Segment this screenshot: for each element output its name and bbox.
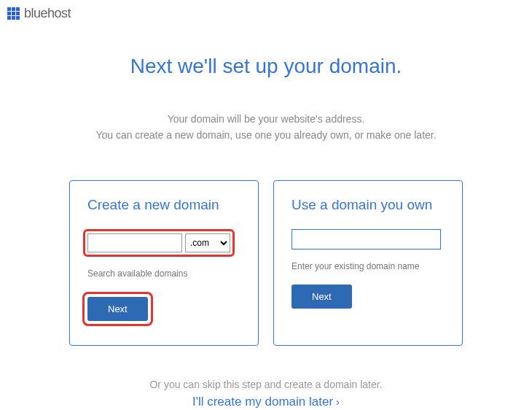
input-highlight: .com	[83, 229, 235, 257]
chevron-right-icon: ›	[336, 395, 340, 408]
logo-text: bluehost	[24, 6, 71, 21]
own-panel-title: Use a domain you own	[292, 197, 445, 213]
skip-link-label: I'll create my domain later	[192, 395, 333, 409]
skip-link[interactable]: I'll create my domain later ›	[192, 395, 340, 409]
create-domain-panel: Create a new domain .com Search availabl…	[69, 180, 259, 346]
button-highlight: Next	[82, 292, 153, 326]
page-subtitle: Your domain will be your website's addre…	[0, 111, 532, 144]
skip-section: Or you can skip this step and create a d…	[0, 379, 532, 409]
new-domain-input[interactable]	[87, 233, 182, 252]
subtitle-line-1: Your domain will be your website's addre…	[0, 111, 532, 127]
grid-icon	[7, 7, 20, 20]
domain-panels: Create a new domain .com Search availabl…	[0, 180, 532, 346]
tld-select[interactable]: .com	[185, 233, 230, 252]
create-help-text: Search available domains	[87, 268, 240, 279]
page-title: Next we'll set up your domain.	[0, 55, 532, 78]
subtitle-line-2: You can create a new domain, use one you…	[0, 127, 532, 143]
own-domain-panel: Use a domain you own Enter your existing…	[273, 180, 463, 346]
create-next-button[interactable]: Next	[87, 297, 148, 321]
create-panel-title: Create a new domain	[87, 197, 240, 213]
existing-domain-input[interactable]	[292, 229, 441, 250]
own-next-button[interactable]: Next	[292, 285, 352, 309]
skip-text: Or you can skip this step and create a d…	[0, 379, 532, 390]
own-help-text: Enter your existing domain name	[292, 261, 445, 271]
logo: bluehost	[7, 6, 71, 21]
